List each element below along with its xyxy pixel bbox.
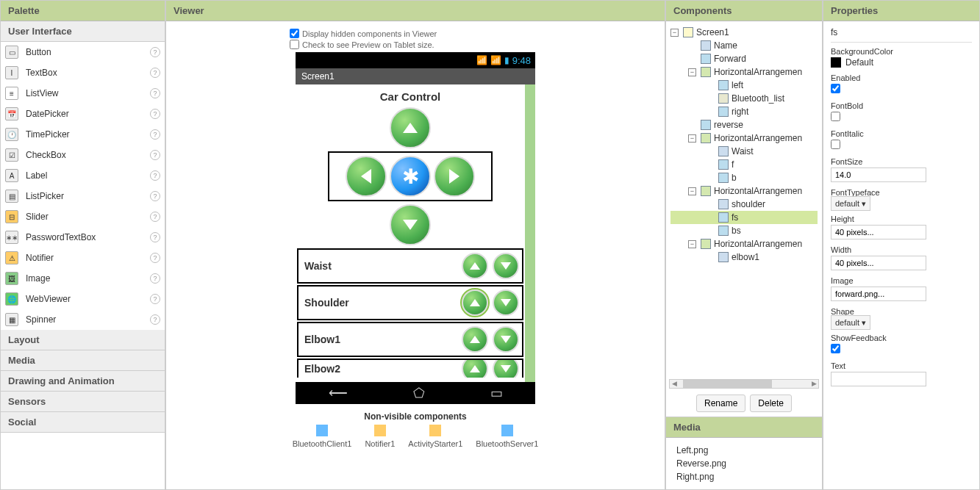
shoulder-down-button[interactable] <box>493 289 519 316</box>
collapse-icon[interactable]: − <box>688 68 696 76</box>
help-icon[interactable]: ? <box>150 150 160 160</box>
waist-up-button[interactable] <box>462 253 488 279</box>
elbow1-down-button[interactable] <box>493 326 519 353</box>
palette-item-button[interactable]: ▭Button? <box>1 42 165 62</box>
nonvis-bluetooth-client[interactable]: BluetoothClient1 <box>293 425 352 448</box>
nonvis-notifier[interactable]: Notifier1 <box>365 425 395 448</box>
fonttypeface-select[interactable]: default ▾ <box>831 196 870 211</box>
elbow1-up-button[interactable] <box>462 326 488 353</box>
palette-item-timepicker[interactable]: 🕐TimePicker? <box>1 124 165 145</box>
tree-right[interactable]: right <box>670 105 818 118</box>
fontsize-input[interactable] <box>831 167 926 182</box>
media-file[interactable]: Right.png <box>676 470 812 483</box>
help-icon[interactable]: ? <box>150 109 160 119</box>
help-icon[interactable]: ? <box>150 129 160 140</box>
bluetooth-button[interactable]: ✱ <box>390 156 431 197</box>
scrollbar-thumb[interactable] <box>683 380 772 388</box>
tree-shoulder[interactable]: shoulder <box>670 198 818 211</box>
palette-item-textbox[interactable]: ITextBox? <box>1 62 165 83</box>
palette-item-checkbox[interactable]: ☑CheckBox? <box>1 145 165 165</box>
palette-section-media[interactable]: Media <box>1 350 165 371</box>
tree-btlist[interactable]: Bluetooth_list <box>670 92 818 105</box>
palette-item-image[interactable]: 🖼Image? <box>1 268 165 289</box>
palette-section-sensors[interactable]: Sensors <box>1 392 165 412</box>
showfeedback-checkbox[interactable] <box>831 344 840 353</box>
tree-ha4[interactable]: −HorizontalArrangemen <box>670 237 818 251</box>
scroll-right-icon[interactable]: ▶ <box>809 380 818 387</box>
palette-section-layout[interactable]: Layout <box>1 330 165 350</box>
tree-fs[interactable]: fs <box>670 211 818 224</box>
height-input[interactable] <box>831 225 926 239</box>
palette-item-datepicker[interactable]: 📅DatePicker? <box>1 104 165 124</box>
palette-item-password[interactable]: ∗∗PasswordTextBox? <box>1 227 165 248</box>
elbow2-up-button[interactable] <box>462 359 488 378</box>
palette-section-drawing[interactable]: Drawing and Animation <box>1 371 165 392</box>
text-input[interactable] <box>831 372 926 386</box>
tree-b[interactable]: b <box>670 171 818 184</box>
palette-item-spinner[interactable]: ▦Spinner? <box>1 309 165 330</box>
tree-screen1[interactable]: −Screen1 <box>670 26 818 39</box>
tablet-preview-checkbox[interactable] <box>290 40 299 49</box>
rename-button[interactable]: Rename <box>696 394 745 412</box>
tree-ha2[interactable]: −HorizontalArrangemen <box>670 131 818 145</box>
tree-waist[interactable]: Waist <box>670 145 818 158</box>
scroll-left-icon[interactable]: ◀ <box>670 380 679 387</box>
help-icon[interactable]: ? <box>150 273 160 284</box>
help-icon[interactable]: ? <box>150 88 160 98</box>
left-button[interactable] <box>346 156 387 197</box>
tree-ha1[interactable]: −HorizontalArrangemen <box>670 65 818 79</box>
display-hidden-checkbox[interactable] <box>290 29 299 38</box>
forward-button[interactable] <box>390 107 431 148</box>
help-icon[interactable]: ? <box>150 47 160 57</box>
recent-icon[interactable]: ▭ <box>490 385 503 401</box>
palette-item-label[interactable]: ALabel? <box>1 165 165 186</box>
tree-forward[interactable]: Forward <box>670 52 818 65</box>
collapse-icon[interactable]: − <box>688 134 696 143</box>
elbow2-down-button[interactable] <box>493 359 519 378</box>
help-icon[interactable]: ? <box>150 191 160 201</box>
home-icon[interactable]: ⬠ <box>413 385 425 401</box>
collapse-icon[interactable]: − <box>688 240 696 248</box>
collapse-icon[interactable]: − <box>688 187 696 195</box>
palette-item-webviewer[interactable]: 🌐WebViewer? <box>1 289 165 309</box>
delete-button[interactable]: Delete <box>750 394 792 412</box>
reverse-button[interactable] <box>390 204 431 245</box>
help-icon[interactable]: ? <box>150 253 160 263</box>
right-button[interactable] <box>434 156 475 197</box>
tree-name[interactable]: Name <box>670 39 818 52</box>
fontbold-checkbox[interactable] <box>831 112 840 121</box>
tree-f[interactable]: f <box>670 158 818 171</box>
horizontal-arrangement-1[interactable]: ✱ <box>328 151 493 201</box>
help-icon[interactable]: ? <box>150 170 160 181</box>
waist-down-button[interactable] <box>493 253 519 279</box>
tree-bs[interactable]: bs <box>670 224 818 237</box>
media-file[interactable]: Reverse.png <box>676 457 812 470</box>
tablet-preview-check[interactable]: Check to see Preview on Tablet size. <box>290 40 657 49</box>
shoulder-row[interactable]: Shoulder <box>297 285 523 320</box>
bgcolor-value[interactable]: Default <box>831 57 972 68</box>
back-icon[interactable]: ⟵ <box>329 385 348 401</box>
help-icon[interactable]: ? <box>150 314 160 325</box>
nonvis-activity-starter[interactable]: ActivityStarter1 <box>408 425 462 448</box>
image-input[interactable] <box>831 287 926 301</box>
collapse-icon[interactable]: − <box>670 29 679 37</box>
palette-section-ui[interactable]: User Interface <box>1 21 165 42</box>
help-icon[interactable]: ? <box>150 68 160 78</box>
fontitalic-checkbox[interactable] <box>831 140 840 149</box>
tree-left[interactable]: left <box>670 79 818 92</box>
palette-item-listpicker[interactable]: ▤ListPicker? <box>1 186 165 206</box>
palette-item-notifier[interactable]: ⚠Notifier? <box>1 248 165 268</box>
component-tree[interactable]: −Screen1 Name Forward −HorizontalArrange… <box>666 21 822 378</box>
palette-item-slider[interactable]: ⊟Slider? <box>1 206 165 227</box>
palette-section-social[interactable]: Social <box>1 412 165 433</box>
tree-horizontal-scrollbar[interactable]: ◀▶ <box>669 379 819 389</box>
media-file[interactable]: Left.png <box>676 444 812 457</box>
elbow2-row[interactable]: Elbow2 <box>297 359 523 378</box>
palette-item-listview[interactable]: ≡ListView? <box>1 83 165 104</box>
tree-ha3[interactable]: −HorizontalArrangemen <box>670 184 818 198</box>
enabled-checkbox[interactable] <box>831 84 840 93</box>
elbow1-row[interactable]: Elbow1 <box>297 322 523 357</box>
help-icon[interactable]: ? <box>150 212 160 222</box>
tree-reverse[interactable]: reverse <box>670 118 818 131</box>
help-icon[interactable]: ? <box>150 232 160 242</box>
